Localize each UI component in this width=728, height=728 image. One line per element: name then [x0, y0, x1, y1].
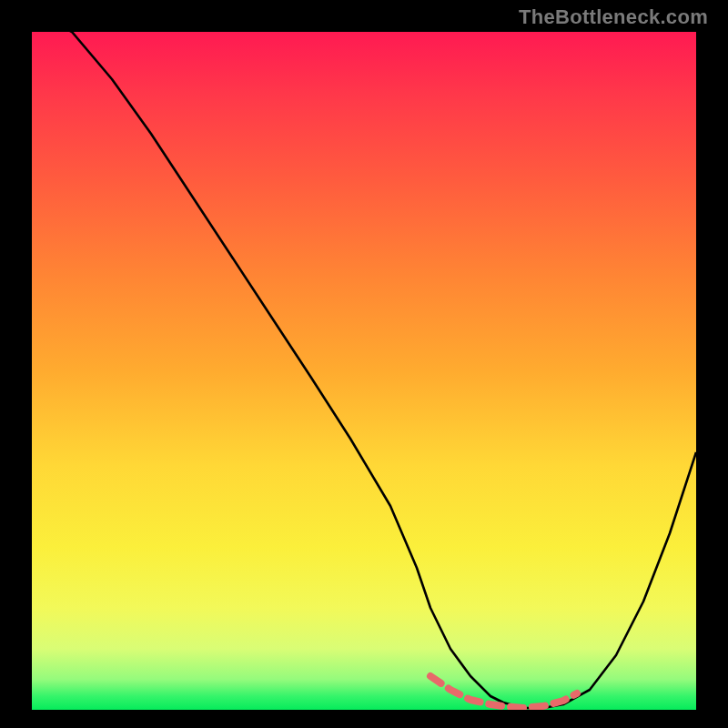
watermark-text: TheBottleneck.com: [519, 5, 708, 29]
chart-gradient-bg: [32, 32, 696, 710]
chart-frame: [0, 0, 728, 728]
curve-black: [32, 32, 696, 708]
curve-highlight-red: [430, 676, 577, 708]
chart-svg: [32, 32, 696, 710]
